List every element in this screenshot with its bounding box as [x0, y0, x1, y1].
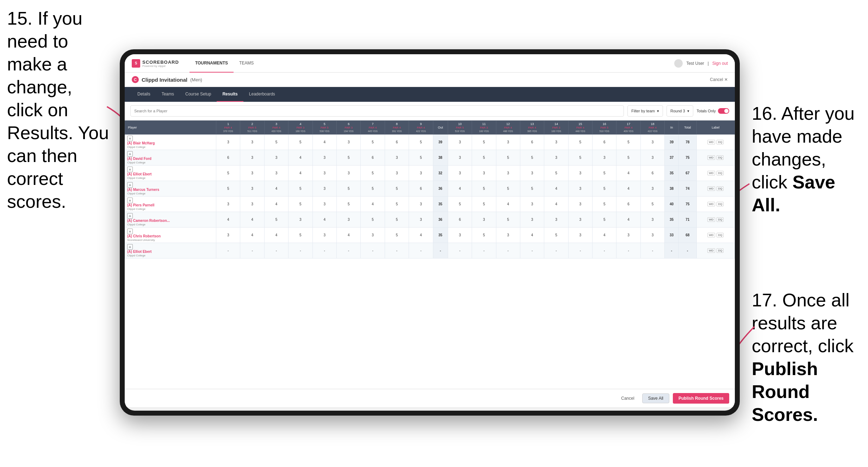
hole-10-score[interactable]: 3	[448, 166, 472, 181]
hole-6-score[interactable]: 3	[336, 166, 360, 181]
hole-12-score[interactable]: 4	[496, 197, 520, 212]
dq-button[interactable]: DQ	[717, 155, 724, 160]
score-table-wrapper[interactable]: Player 1PAR 4370 YDS 2PAR 5511 YDS 3PAR …	[125, 120, 735, 389]
hole-10-score[interactable]: -	[448, 243, 472, 259]
hole-18-score[interactable]: 6	[640, 166, 664, 181]
hole-5-score[interactable]: 4	[312, 135, 336, 150]
hole-13-score[interactable]: 3	[520, 166, 544, 181]
wd-button[interactable]: WD	[707, 140, 715, 144]
dq-button[interactable]: DQ	[717, 171, 724, 175]
hole-18-score[interactable]: 3	[640, 228, 664, 243]
hole-16-score[interactable]: 4	[593, 228, 616, 243]
hole-3-score[interactable]: 3	[264, 150, 288, 166]
hole-2-score[interactable]: 3	[240, 150, 264, 166]
wd-button[interactable]: WD	[707, 171, 715, 175]
hole-6-score[interactable]: 5	[336, 150, 360, 166]
hole-12-score[interactable]: 5	[496, 181, 520, 197]
hole-16-score[interactable]: 3	[593, 150, 616, 166]
hole-12-score[interactable]: 3	[496, 135, 520, 150]
hole-6-score[interactable]: 5	[336, 197, 360, 212]
hole-11-score[interactable]: 5	[472, 150, 496, 166]
hole-14-score[interactable]: 4	[544, 181, 568, 197]
hole-10-score[interactable]: 5	[448, 197, 472, 212]
hole-6-score[interactable]: 5	[336, 181, 360, 197]
hole-7-score[interactable]: 5	[361, 212, 385, 228]
dq-button[interactable]: DQ	[717, 233, 724, 237]
hole-1-score[interactable]: -	[216, 243, 240, 259]
hole-16-score[interactable]: 5	[593, 197, 616, 212]
hole-7-score[interactable]: -	[361, 243, 385, 259]
hole-3-score[interactable]: -	[264, 243, 288, 259]
hole-16-score[interactable]: 6	[593, 135, 616, 150]
hole-15-score[interactable]: 3	[568, 166, 592, 181]
dq-button[interactable]: DQ	[717, 140, 724, 144]
hole-18-score[interactable]: 3	[640, 181, 664, 197]
hole-15-score[interactable]: 5	[568, 135, 592, 150]
hole-13-score[interactable]: 5	[520, 150, 544, 166]
hole-10-score[interactable]: 3	[448, 150, 472, 166]
hole-18-score[interactable]: 3	[640, 212, 664, 228]
hole-15-score[interactable]: 3	[568, 228, 592, 243]
hole-7-score[interactable]: 4	[361, 197, 385, 212]
hole-17-score[interactable]: 4	[616, 166, 640, 181]
hole-17-score[interactable]: 3	[616, 228, 640, 243]
hole-7-score[interactable]: 5	[361, 166, 385, 181]
publish-button[interactable]: Publish Round Scores	[673, 393, 729, 404]
hole-14-score[interactable]: 3	[544, 212, 568, 228]
hole-16-score[interactable]: 5	[593, 181, 616, 197]
hole-3-score[interactable]: 4	[264, 228, 288, 243]
round-select[interactable]: Round 3 ▾	[666, 105, 693, 117]
hole-14-score[interactable]: 4	[544, 197, 568, 212]
hole-5-score[interactable]: 4	[312, 212, 336, 228]
nav-tournaments[interactable]: TOURNAMENTS	[190, 54, 234, 73]
tab-details[interactable]: Details	[132, 87, 156, 102]
hole-15-score[interactable]: -	[568, 243, 592, 259]
hole-9-score[interactable]: 3	[409, 197, 433, 212]
hole-8-score[interactable]: 5	[385, 212, 409, 228]
hole-4-score[interactable]: 5	[289, 181, 312, 197]
hole-17-score[interactable]: 5	[616, 135, 640, 150]
search-input[interactable]	[130, 105, 624, 117]
hole-10-score[interactable]: 3	[448, 135, 472, 150]
wd-button[interactable]: WD	[707, 186, 715, 191]
wd-button[interactable]: WD	[707, 233, 715, 237]
wd-button[interactable]: WD	[707, 155, 715, 160]
wd-button[interactable]: WD	[707, 217, 715, 222]
wd-button[interactable]: WD	[707, 202, 715, 206]
sign-out-link[interactable]: Sign out	[712, 61, 728, 66]
hole-1-score[interactable]: 4	[216, 212, 240, 228]
tab-leaderboards[interactable]: Leaderboards	[243, 87, 281, 102]
hole-15-score[interactable]: 3	[568, 181, 592, 197]
hole-4-score[interactable]: 4	[289, 166, 312, 181]
hole-3-score[interactable]: 4	[264, 197, 288, 212]
nav-teams[interactable]: TEAMS	[234, 54, 259, 73]
hole-6-score[interactable]: 3	[336, 212, 360, 228]
hole-13-score[interactable]: 4	[520, 228, 544, 243]
tab-teams[interactable]: Teams	[156, 87, 180, 102]
hole-2-score[interactable]: 3	[240, 181, 264, 197]
hole-13-score[interactable]: 3	[520, 197, 544, 212]
hole-8-score[interactable]: 6	[385, 135, 409, 150]
hole-11-score[interactable]: -	[472, 243, 496, 259]
hole-17-score[interactable]: 5	[616, 150, 640, 166]
hole-14-score[interactable]: 5	[544, 228, 568, 243]
hole-13-score[interactable]: 5	[520, 181, 544, 197]
hole-4-score[interactable]: -	[289, 243, 312, 259]
hole-12-score[interactable]: 3	[496, 166, 520, 181]
hole-12-score[interactable]: 3	[496, 228, 520, 243]
hole-7-score[interactable]: 5	[361, 181, 385, 197]
hole-9-score[interactable]: 5	[409, 150, 433, 166]
cancel-button[interactable]: Cancel	[617, 394, 638, 403]
hole-5-score[interactable]: 3	[312, 181, 336, 197]
hole-1-score[interactable]: 3	[216, 228, 240, 243]
hole-12-score[interactable]: 5	[496, 212, 520, 228]
tab-course-setup[interactable]: Course Setup	[180, 87, 217, 102]
hole-18-score[interactable]: -	[640, 243, 664, 259]
hole-4-score[interactable]: 5	[289, 135, 312, 150]
hole-4-score[interactable]: 3	[289, 212, 312, 228]
hole-18-score[interactable]: 3	[640, 135, 664, 150]
hole-1-score[interactable]: 6	[216, 150, 240, 166]
wd-button[interactable]: WD	[707, 248, 715, 253]
hole-1-score[interactable]: 3	[216, 135, 240, 150]
hole-8-score[interactable]: 5	[385, 197, 409, 212]
